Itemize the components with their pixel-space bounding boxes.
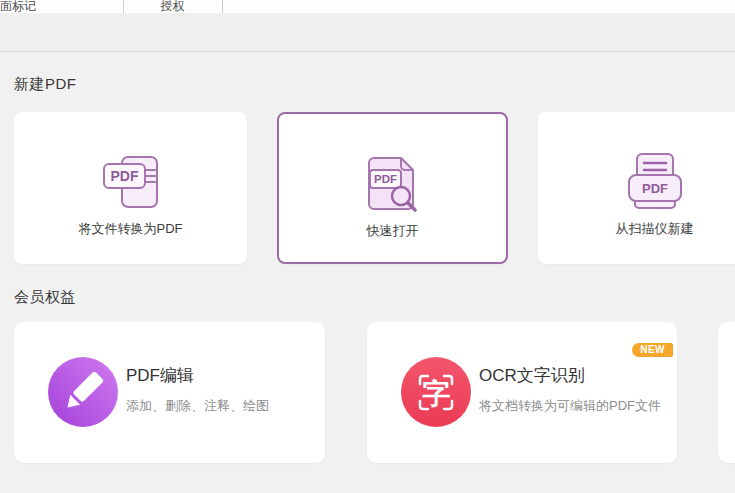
convert-to-pdf-icon: PDF	[99, 150, 163, 214]
card-ocr-recognition[interactable]: NEW 字 OCR文字识别 将文档转换为可编辑的PDF文件	[367, 322, 677, 463]
tab-strip: 面标记 授权	[0, 0, 735, 13]
card-quick-open[interactable]: PDF 快速打开	[277, 112, 508, 264]
section-heading-member-benefits: 会员权益	[14, 288, 76, 307]
benefit-subtitle: 将文档转换为可编辑的PDF文件	[479, 397, 661, 415]
pdf-icon-label: PDF	[642, 181, 668, 196]
tab-divider	[222, 0, 223, 13]
quick-open-pdf-icon: PDF	[361, 152, 425, 216]
section-heading-new-pdf: 新建PDF	[14, 75, 77, 94]
ocr-character-icon: 字	[401, 357, 471, 427]
scanner-icon: PDF	[623, 150, 687, 214]
card-label: 将文件转换为PDF	[14, 220, 247, 238]
card-pdf-edit[interactable]: PDF编辑 添加、删除、注释、绘图	[14, 322, 325, 463]
benefit-title: PDF编辑	[126, 364, 194, 387]
card-label: 从扫描仪新建	[538, 220, 735, 238]
card-new-from-scanner[interactable]: PDF 从扫描仪新建	[538, 112, 735, 264]
new-badge: NEW	[632, 343, 673, 357]
pdf-icon-label: PDF	[110, 168, 138, 184]
ribbon-area	[0, 13, 735, 52]
pdf-icon-label: PDF	[374, 173, 397, 185]
ocr-icon-character: 字	[422, 377, 450, 410]
card-convert-to-pdf[interactable]: PDF 将文件转换为PDF	[14, 112, 247, 264]
tab-authorization[interactable]: 授权	[123, 0, 222, 13]
benefit-title: OCR文字识别	[479, 364, 585, 387]
benefit-subtitle: 添加、删除、注释、绘图	[126, 397, 269, 415]
pencil-icon	[48, 357, 118, 427]
card-label: 快速打开	[279, 222, 506, 240]
tab-page-mark[interactable]: 面标记	[0, 0, 36, 13]
card-next-benefit-partial[interactable]	[718, 322, 735, 463]
